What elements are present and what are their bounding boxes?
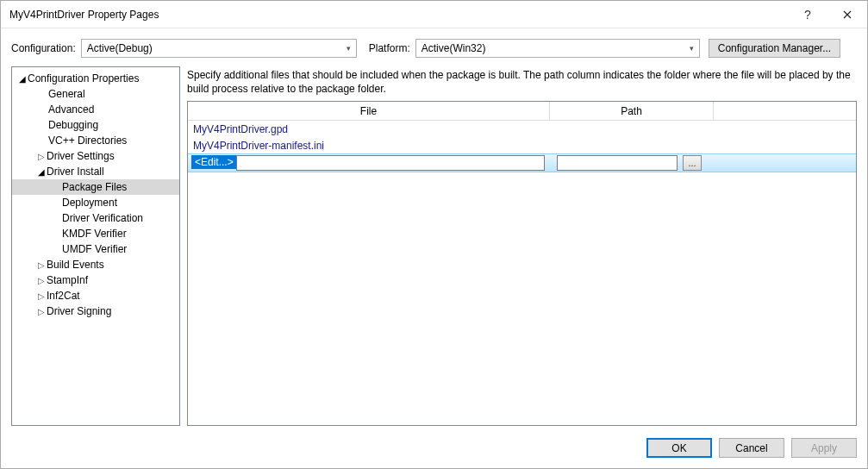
cell-file: MyV4PrintDriver.gpd [193,123,552,135]
cell-file: MyV4PrintDriver-manifest.ini [193,140,552,152]
expander-closed-icon[interactable]: ▷ [36,276,47,285]
expander-closed-icon[interactable]: ▷ [36,307,47,316]
file-edit-input[interactable] [236,155,545,171]
path-edit-input[interactable] [557,155,678,171]
chevron-down-icon: ▾ [347,44,351,53]
tree-item-driver-install[interactable]: ◢ Driver Install [12,164,179,179]
configuration-value: Active(Debug) [87,42,153,54]
config-row: Configuration: Active(Debug) ▾ Platform:… [1,28,867,63]
expander-open-icon[interactable]: ◢ [17,74,28,84]
tree-item-vcpp-directories[interactable]: VC++ Directories [12,133,179,148]
expander-open-icon[interactable]: ◢ [36,167,47,177]
window-title: MyV4PrintDriver Property Pages [9,9,788,21]
property-pages-dialog: MyV4PrintDriver Property Pages ? Configu… [0,0,868,469]
column-header-blank [714,102,856,120]
tree-item-driver-verification[interactable]: Driver Verification [12,210,179,226]
apply-button[interactable]: Apply [791,438,857,458]
tree-item-deployment[interactable]: Deployment [12,195,179,210]
tree-item-build-events[interactable]: ▷ Build Events [12,257,179,272]
tree-item-driver-settings[interactable]: ▷ Driver Settings [12,148,179,164]
platform-combobox[interactable]: Active(Win32) ▾ [415,39,700,58]
file-edit-cell: <Edit...> [191,155,550,171]
close-button[interactable] [827,1,867,28]
help-button[interactable]: ? [788,1,827,28]
expander-closed-icon[interactable]: ▷ [36,291,47,301]
package-files-grid: File Path MyV4PrintDriver.gpd MyV4PrintD… [187,101,857,426]
tree-root-config-properties[interactable]: ◢ Configuration Properties [12,71,179,86]
table-row-editing[interactable]: <Edit...> ... [188,153,856,172]
grid-body: MyV4PrintDriver.gpd MyV4PrintDriver-mani… [188,121,856,425]
tree-item-package-files[interactable]: Package Files [12,179,179,195]
browse-button[interactable]: ... [683,155,702,171]
tree-item-debugging[interactable]: Debugging [12,117,179,133]
column-header-path[interactable]: Path [550,102,714,120]
tree-item-kmdf-verifier[interactable]: KMDF Verifier [12,226,179,241]
right-panel: Specify additional files that should be … [187,66,857,426]
dialog-body: ◢ Configuration Properties General Advan… [1,63,867,431]
edit-placeholder-tag[interactable]: <Edit...> [191,155,237,169]
dialog-footer: OK Cancel Apply [1,431,867,468]
panel-description: Specify additional files that should be … [187,66,857,101]
tree-item-umdf-verifier[interactable]: UMDF Verifier [12,241,179,257]
configuration-manager-button[interactable]: Configuration Manager... [709,39,840,58]
table-row[interactable]: MyV4PrintDriver.gpd [188,121,856,137]
cancel-button[interactable]: Cancel [719,438,784,458]
tree-item-driver-signing[interactable]: ▷ Driver Signing [12,303,179,319]
close-icon [843,10,852,19]
tree-item-advanced[interactable]: Advanced [12,102,179,117]
platform-value: Active(Win32) [422,42,486,54]
expander-closed-icon[interactable]: ▷ [36,260,47,270]
path-edit-cell: ... [557,155,717,171]
expander-closed-icon[interactable]: ▷ [36,152,47,161]
configuration-label: Configuration: [11,42,76,54]
category-tree[interactable]: ◢ Configuration Properties General Advan… [11,66,180,426]
grid-header: File Path [188,102,856,121]
tree-item-inf2cat[interactable]: ▷ Inf2Cat [12,288,179,303]
configuration-combobox[interactable]: Active(Debug) ▾ [81,39,357,58]
table-row[interactable]: MyV4PrintDriver-manifest.ini [188,137,856,153]
column-header-file[interactable]: File [188,102,550,120]
titlebar: MyV4PrintDriver Property Pages ? [1,1,867,28]
chevron-down-icon: ▾ [690,44,694,53]
ok-button[interactable]: OK [646,438,712,458]
tree-item-stampinf[interactable]: ▷ StampInf [12,272,179,288]
platform-label: Platform: [369,42,410,54]
tree-item-general[interactable]: General [12,86,179,102]
